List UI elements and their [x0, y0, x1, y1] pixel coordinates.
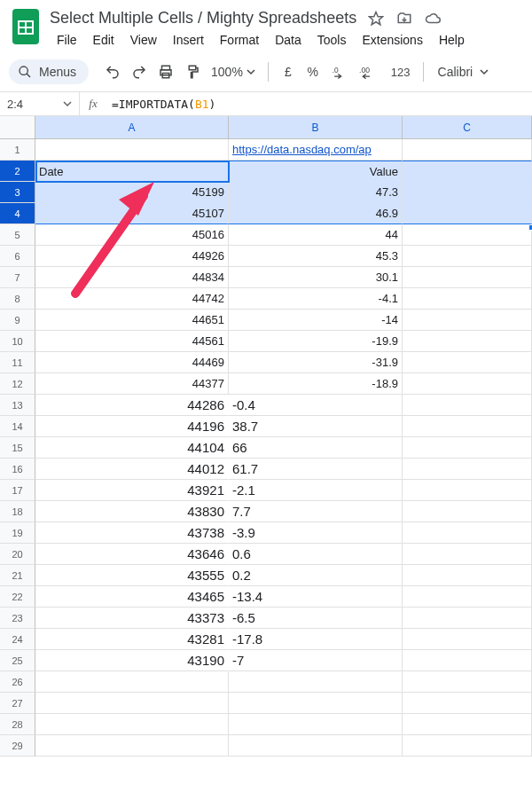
cell[interactable]: -6.5 [229, 608, 403, 629]
cell[interactable]: 43738 [35, 522, 229, 544]
row-header[interactable]: 28 [0, 714, 35, 735]
row-header[interactable]: 20 [0, 544, 35, 565]
cell[interactable] [403, 139, 532, 161]
row-header[interactable]: 4 [0, 203, 35, 224]
zoom-dropdown[interactable]: 100% [207, 65, 259, 79]
cell[interactable] [403, 331, 532, 352]
row-header[interactable]: 8 [0, 288, 35, 310]
row-header[interactable]: 22 [0, 586, 35, 608]
cell[interactable] [403, 395, 532, 416]
menu-extensions[interactable]: Extensions [355, 29, 429, 51]
redo-button[interactable] [128, 59, 151, 84]
cell[interactable]: -7 [229, 650, 403, 671]
cell[interactable] [403, 288, 532, 310]
cell[interactable]: 44196 [35, 416, 229, 437]
cell[interactable]: -3.9 [229, 522, 403, 544]
cell[interactable] [403, 693, 532, 714]
row-header[interactable]: 27 [0, 693, 35, 714]
cell[interactable]: 0.6 [229, 544, 403, 565]
cell[interactable]: 44742 [35, 288, 229, 310]
cell[interactable] [403, 586, 532, 608]
cell[interactable] [403, 650, 532, 671]
decrease-decimal-button[interactable]: .0 [327, 59, 352, 84]
cell[interactable]: -18.9 [229, 373, 403, 395]
row-header[interactable]: 12 [0, 373, 35, 395]
cell[interactable] [403, 416, 532, 437]
col-header-a[interactable]: A [35, 116, 229, 139]
cell[interactable] [229, 693, 403, 714]
cell[interactable] [403, 352, 532, 373]
cell[interactable] [403, 246, 532, 267]
spreadsheet-grid[interactable]: A B C 1https://data.nasdaq.com/ap2DateVa… [0, 116, 532, 757]
cell[interactable]: 44651 [35, 310, 229, 331]
cell[interactable]: -13.4 [229, 586, 403, 608]
cell[interactable]: 43465 [35, 586, 229, 608]
menu-data[interactable]: Data [268, 29, 309, 51]
cell[interactable] [35, 671, 229, 693]
cell[interactable]: 44561 [35, 331, 229, 352]
row-header[interactable]: 15 [0, 437, 35, 459]
row-header[interactable]: 2 [0, 161, 35, 182]
cell[interactable] [403, 310, 532, 331]
cell[interactable] [403, 565, 532, 586]
row-header[interactable]: 18 [0, 501, 35, 522]
cell[interactable]: 44926 [35, 246, 229, 267]
row-header[interactable]: 11 [0, 352, 35, 373]
cell[interactable]: 43281 [35, 629, 229, 650]
cell[interactable]: 43830 [35, 501, 229, 522]
cell[interactable]: 44286 [35, 395, 229, 416]
row-header[interactable]: 23 [0, 608, 35, 629]
cell[interactable] [403, 735, 532, 757]
cell[interactable]: 44104 [35, 437, 229, 459]
cell[interactable] [229, 735, 403, 757]
name-box[interactable]: 2:4 [0, 92, 80, 115]
cell[interactable]: -4.1 [229, 288, 403, 310]
cell[interactable]: 44012 [35, 459, 229, 480]
select-all-corner[interactable] [0, 116, 35, 139]
row-header[interactable]: 21 [0, 565, 35, 586]
cell[interactable] [403, 182, 532, 203]
cell[interactable]: -2.1 [229, 480, 403, 501]
row-header[interactable]: 5 [0, 224, 35, 246]
cell[interactable]: 38.7 [229, 416, 403, 437]
cell[interactable] [403, 437, 532, 459]
row-header[interactable]: 17 [0, 480, 35, 501]
cell[interactable]: 43190 [35, 650, 229, 671]
row-header[interactable]: 25 [0, 650, 35, 671]
document-name[interactable]: Select Multiple Cells / Mighty Spreadshe… [50, 9, 356, 27]
cell[interactable]: 43555 [35, 565, 229, 586]
cell[interactable]: https://data.nasdaq.com/ap [229, 139, 403, 161]
cell[interactable]: 43921 [35, 480, 229, 501]
cell[interactable] [403, 161, 532, 182]
cell[interactable] [403, 522, 532, 544]
cell[interactable]: Value [229, 161, 403, 182]
col-header-c[interactable]: C [403, 116, 532, 139]
move-icon[interactable] [395, 10, 413, 27]
cell[interactable] [403, 224, 532, 246]
row-header[interactable]: 26 [0, 671, 35, 693]
increase-decimal-button[interactable]: .00 [356, 59, 384, 84]
cell[interactable] [403, 608, 532, 629]
cell[interactable] [403, 714, 532, 735]
cell[interactable]: -17.8 [229, 629, 403, 650]
font-dropdown[interactable]: Calibri [433, 65, 495, 79]
print-button[interactable] [154, 59, 177, 84]
cell[interactable]: Date [35, 161, 229, 182]
cell[interactable] [403, 459, 532, 480]
cell[interactable] [403, 203, 532, 224]
cell[interactable]: 46.9 [229, 203, 403, 224]
undo-button[interactable] [101, 59, 124, 84]
cell[interactable] [35, 714, 229, 735]
row-header[interactable]: 3 [0, 182, 35, 203]
cell[interactable]: 66 [229, 437, 403, 459]
cell[interactable]: 61.7 [229, 459, 403, 480]
cell[interactable]: 45.3 [229, 246, 403, 267]
cloud-status-icon[interactable] [424, 10, 442, 27]
row-header[interactable]: 16 [0, 459, 35, 480]
paint-format-button[interactable] [181, 59, 204, 84]
menu-format[interactable]: Format [213, 29, 266, 51]
cell[interactable] [403, 501, 532, 522]
cell[interactable]: 30.1 [229, 267, 403, 288]
cell[interactable]: -0.4 [229, 395, 403, 416]
formula-input[interactable]: =IMPORTDATA(B1) [106, 92, 532, 115]
